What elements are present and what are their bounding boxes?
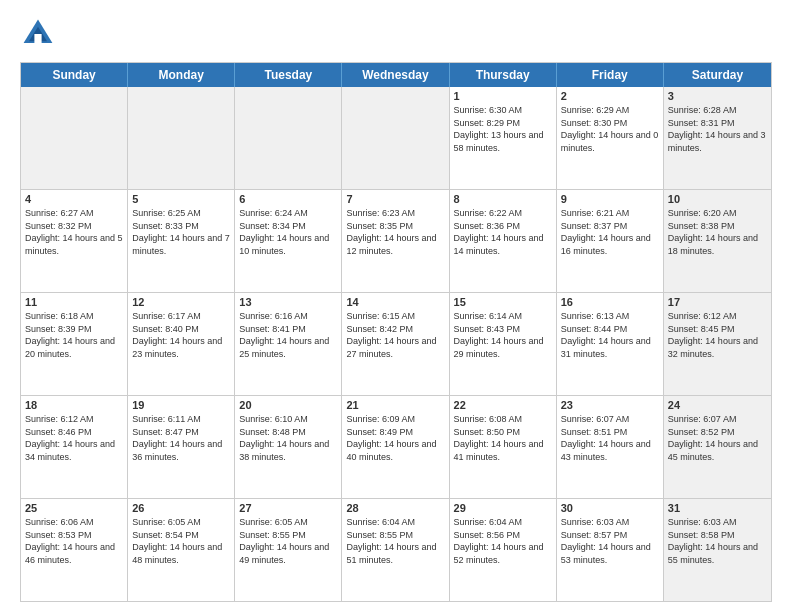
day-cell-23: 23Sunrise: 6:07 AM Sunset: 8:51 PM Dayli… (557, 396, 664, 498)
header-day-thursday: Thursday (450, 63, 557, 87)
day-number: 31 (668, 502, 767, 514)
day-cell-27: 27Sunrise: 6:05 AM Sunset: 8:55 PM Dayli… (235, 499, 342, 601)
day-info: Sunrise: 6:07 AM Sunset: 8:51 PM Dayligh… (561, 413, 659, 463)
day-number: 4 (25, 193, 123, 205)
day-cell-4: 4Sunrise: 6:27 AM Sunset: 8:32 PM Daylig… (21, 190, 128, 292)
day-cell-2: 2Sunrise: 6:29 AM Sunset: 8:30 PM Daylig… (557, 87, 664, 189)
day-cell-14: 14Sunrise: 6:15 AM Sunset: 8:42 PM Dayli… (342, 293, 449, 395)
day-info: Sunrise: 6:29 AM Sunset: 8:30 PM Dayligh… (561, 104, 659, 154)
day-info: Sunrise: 6:08 AM Sunset: 8:50 PM Dayligh… (454, 413, 552, 463)
day-number: 25 (25, 502, 123, 514)
day-info: Sunrise: 6:10 AM Sunset: 8:48 PM Dayligh… (239, 413, 337, 463)
day-info: Sunrise: 6:23 AM Sunset: 8:35 PM Dayligh… (346, 207, 444, 257)
day-number: 21 (346, 399, 444, 411)
day-info: Sunrise: 6:03 AM Sunset: 8:57 PM Dayligh… (561, 516, 659, 566)
day-cell-empty (21, 87, 128, 189)
day-number: 9 (561, 193, 659, 205)
day-cell-18: 18Sunrise: 6:12 AM Sunset: 8:46 PM Dayli… (21, 396, 128, 498)
day-number: 24 (668, 399, 767, 411)
day-info: Sunrise: 6:13 AM Sunset: 8:44 PM Dayligh… (561, 310, 659, 360)
day-cell-31: 31Sunrise: 6:03 AM Sunset: 8:58 PM Dayli… (664, 499, 771, 601)
day-info: Sunrise: 6:06 AM Sunset: 8:53 PM Dayligh… (25, 516, 123, 566)
day-info: Sunrise: 6:21 AM Sunset: 8:37 PM Dayligh… (561, 207, 659, 257)
day-number: 6 (239, 193, 337, 205)
calendar-header: SundayMondayTuesdayWednesdayThursdayFrid… (21, 63, 771, 87)
day-info: Sunrise: 6:22 AM Sunset: 8:36 PM Dayligh… (454, 207, 552, 257)
day-cell-24: 24Sunrise: 6:07 AM Sunset: 8:52 PM Dayli… (664, 396, 771, 498)
day-number: 1 (454, 90, 552, 102)
svg-rect-2 (34, 34, 41, 43)
day-cell-22: 22Sunrise: 6:08 AM Sunset: 8:50 PM Dayli… (450, 396, 557, 498)
calendar: SundayMondayTuesdayWednesdayThursdayFrid… (20, 62, 772, 602)
day-number: 10 (668, 193, 767, 205)
day-cell-21: 21Sunrise: 6:09 AM Sunset: 8:49 PM Dayli… (342, 396, 449, 498)
day-info: Sunrise: 6:12 AM Sunset: 8:46 PM Dayligh… (25, 413, 123, 463)
header-day-friday: Friday (557, 63, 664, 87)
day-number: 5 (132, 193, 230, 205)
day-cell-25: 25Sunrise: 6:06 AM Sunset: 8:53 PM Dayli… (21, 499, 128, 601)
day-info: Sunrise: 6:12 AM Sunset: 8:45 PM Dayligh… (668, 310, 767, 360)
day-number: 14 (346, 296, 444, 308)
week-row-2: 4Sunrise: 6:27 AM Sunset: 8:32 PM Daylig… (21, 189, 771, 292)
day-info: Sunrise: 6:18 AM Sunset: 8:39 PM Dayligh… (25, 310, 123, 360)
day-number: 27 (239, 502, 337, 514)
day-number: 16 (561, 296, 659, 308)
day-info: Sunrise: 6:05 AM Sunset: 8:54 PM Dayligh… (132, 516, 230, 566)
day-info: Sunrise: 6:11 AM Sunset: 8:47 PM Dayligh… (132, 413, 230, 463)
day-info: Sunrise: 6:16 AM Sunset: 8:41 PM Dayligh… (239, 310, 337, 360)
day-cell-7: 7Sunrise: 6:23 AM Sunset: 8:35 PM Daylig… (342, 190, 449, 292)
day-cell-9: 9Sunrise: 6:21 AM Sunset: 8:37 PM Daylig… (557, 190, 664, 292)
day-number: 19 (132, 399, 230, 411)
week-row-5: 25Sunrise: 6:06 AM Sunset: 8:53 PM Dayli… (21, 498, 771, 601)
day-number: 22 (454, 399, 552, 411)
week-row-4: 18Sunrise: 6:12 AM Sunset: 8:46 PM Dayli… (21, 395, 771, 498)
header-day-tuesday: Tuesday (235, 63, 342, 87)
logo-icon (20, 16, 56, 52)
calendar-body: 1Sunrise: 6:30 AM Sunset: 8:29 PM Daylig… (21, 87, 771, 601)
logo (20, 16, 62, 52)
day-info: Sunrise: 6:17 AM Sunset: 8:40 PM Dayligh… (132, 310, 230, 360)
day-cell-30: 30Sunrise: 6:03 AM Sunset: 8:57 PM Dayli… (557, 499, 664, 601)
day-number: 17 (668, 296, 767, 308)
day-number: 18 (25, 399, 123, 411)
header-day-saturday: Saturday (664, 63, 771, 87)
day-cell-15: 15Sunrise: 6:14 AM Sunset: 8:43 PM Dayli… (450, 293, 557, 395)
day-cell-17: 17Sunrise: 6:12 AM Sunset: 8:45 PM Dayli… (664, 293, 771, 395)
day-number: 20 (239, 399, 337, 411)
week-row-3: 11Sunrise: 6:18 AM Sunset: 8:39 PM Dayli… (21, 292, 771, 395)
day-number: 26 (132, 502, 230, 514)
day-cell-11: 11Sunrise: 6:18 AM Sunset: 8:39 PM Dayli… (21, 293, 128, 395)
day-number: 3 (668, 90, 767, 102)
day-info: Sunrise: 6:25 AM Sunset: 8:33 PM Dayligh… (132, 207, 230, 257)
day-info: Sunrise: 6:04 AM Sunset: 8:56 PM Dayligh… (454, 516, 552, 566)
day-number: 12 (132, 296, 230, 308)
day-cell-12: 12Sunrise: 6:17 AM Sunset: 8:40 PM Dayli… (128, 293, 235, 395)
day-cell-8: 8Sunrise: 6:22 AM Sunset: 8:36 PM Daylig… (450, 190, 557, 292)
day-number: 15 (454, 296, 552, 308)
day-cell-empty (342, 87, 449, 189)
header-day-wednesday: Wednesday (342, 63, 449, 87)
day-info: Sunrise: 6:14 AM Sunset: 8:43 PM Dayligh… (454, 310, 552, 360)
header-day-sunday: Sunday (21, 63, 128, 87)
day-info: Sunrise: 6:27 AM Sunset: 8:32 PM Dayligh… (25, 207, 123, 257)
day-cell-6: 6Sunrise: 6:24 AM Sunset: 8:34 PM Daylig… (235, 190, 342, 292)
day-number: 2 (561, 90, 659, 102)
day-cell-20: 20Sunrise: 6:10 AM Sunset: 8:48 PM Dayli… (235, 396, 342, 498)
day-info: Sunrise: 6:24 AM Sunset: 8:34 PM Dayligh… (239, 207, 337, 257)
day-cell-empty (235, 87, 342, 189)
day-cell-empty (128, 87, 235, 189)
day-number: 8 (454, 193, 552, 205)
day-cell-5: 5Sunrise: 6:25 AM Sunset: 8:33 PM Daylig… (128, 190, 235, 292)
day-info: Sunrise: 6:30 AM Sunset: 8:29 PM Dayligh… (454, 104, 552, 154)
week-row-1: 1Sunrise: 6:30 AM Sunset: 8:29 PM Daylig… (21, 87, 771, 189)
header (20, 16, 772, 52)
day-info: Sunrise: 6:05 AM Sunset: 8:55 PM Dayligh… (239, 516, 337, 566)
day-number: 7 (346, 193, 444, 205)
day-cell-13: 13Sunrise: 6:16 AM Sunset: 8:41 PM Dayli… (235, 293, 342, 395)
day-info: Sunrise: 6:15 AM Sunset: 8:42 PM Dayligh… (346, 310, 444, 360)
day-info: Sunrise: 6:03 AM Sunset: 8:58 PM Dayligh… (668, 516, 767, 566)
day-info: Sunrise: 6:28 AM Sunset: 8:31 PM Dayligh… (668, 104, 767, 154)
day-cell-19: 19Sunrise: 6:11 AM Sunset: 8:47 PM Dayli… (128, 396, 235, 498)
day-cell-10: 10Sunrise: 6:20 AM Sunset: 8:38 PM Dayli… (664, 190, 771, 292)
day-number: 11 (25, 296, 123, 308)
